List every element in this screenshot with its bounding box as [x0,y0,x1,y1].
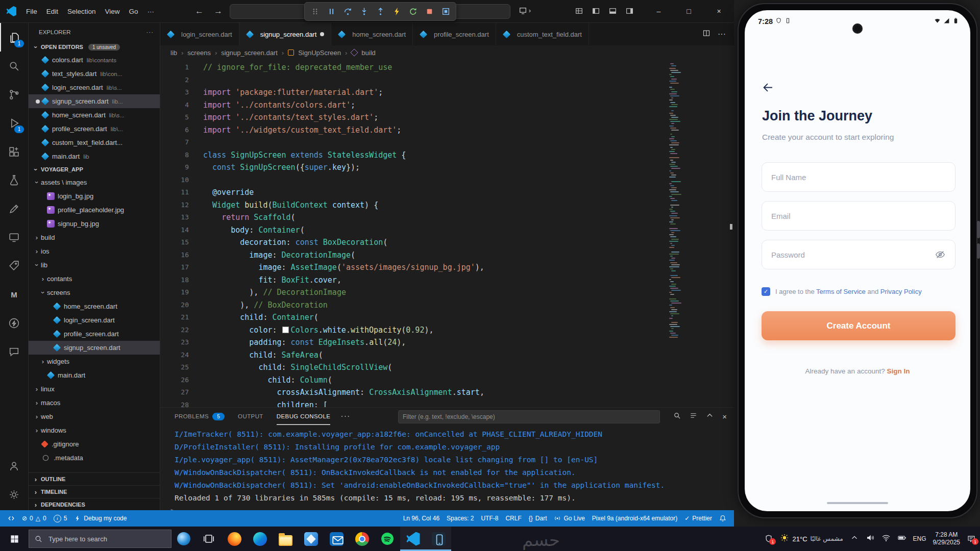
terms-of-service-link[interactable]: Terms of Service [816,288,866,295]
full-name-field[interactable]: Full Name [762,162,955,192]
terms-checkbox[interactable]: ✓ [762,287,770,296]
drag-handle-icon[interactable] [307,4,323,19]
tree-item[interactable]: login_screen.dart [29,313,160,327]
tree-item[interactable]: ›ios [29,244,160,258]
tree-item[interactable]: home_screen.dart [29,299,160,313]
network-icon[interactable] [881,533,891,544]
breadcrumb-item[interactable]: signup_screen.dart [221,49,278,57]
activity-extensions-icon[interactable] [0,137,28,166]
screencast-icon[interactable]: › [519,6,531,15]
split-editor-icon[interactable] [702,29,710,39]
breadcrumb-item[interactable]: build [361,49,375,57]
toggle-panel-icon[interactable] [608,7,617,17]
start-button[interactable] [0,527,29,551]
close-button[interactable]: × [704,0,734,22]
file-explorer-icon[interactable] [273,527,298,551]
tree-item[interactable]: ›macos [29,396,160,410]
vscode-icon[interactable] [400,527,426,551]
open-editors-header[interactable]: › OPEN EDITORS 1 unsaved [29,41,160,53]
more-actions-icon[interactable]: ··· [146,29,154,35]
mail-icon[interactable] [324,527,349,551]
tab-signup_screen-dart[interactable]: signup_screen.dart [239,23,332,45]
language-mode[interactable]: {}Dart [525,510,551,527]
cortana-icon[interactable] [177,532,190,545]
back-icon[interactable]: ← [195,6,204,16]
console-search-icon[interactable] [673,412,681,421]
minimize-button[interactable]: – [644,0,674,22]
menu-view[interactable]: View [101,5,125,18]
activity-run-and-debug-icon[interactable]: 1 [0,109,28,137]
customize-layout-icon[interactable] [575,7,583,17]
open-editor-item[interactable]: login_screen.dartlib\s... [29,81,160,94]
tree-item[interactable]: ›assets \ images [29,176,160,189]
menu-file[interactable]: File [21,5,42,18]
activity-editor-playground-icon[interactable] [0,194,28,223]
tree-item[interactable]: ›screens [29,286,160,299]
privacy-policy-link[interactable]: Privacy Policy [880,288,922,295]
tree-item[interactable]: ›web [29,410,160,423]
activity-explorer-icon[interactable]: 1 [0,23,28,52]
hot-reload-icon[interactable] [389,4,404,19]
tree-item[interactable]: ›build [29,231,160,244]
tree-item[interactable]: ›lib [29,258,160,272]
debug-console-output[interactable]: I/ImeTracker( 8511): com.example.voyager… [160,425,734,511]
spotify-icon[interactable] [375,527,400,551]
panel-tab-problems[interactable]: PROBLEMS5 [175,408,225,425]
tree-item[interactable]: ›windows [29,423,160,437]
open-editor-item[interactable]: profile_screen.dartlib\... [29,122,160,136]
open-editor-item[interactable]: colors.dartlib\contants [29,53,160,67]
section-timeline[interactable]: ›TIMELINE [29,485,160,498]
tab-profile_screen-dart[interactable]: profile_screen.dart [413,23,496,45]
open-editor-item[interactable]: signup_screen.dartlib... [29,94,160,108]
toggle-primary-sidebar-icon[interactable] [592,7,600,17]
sign-in-link[interactable]: Sign In [887,367,910,375]
open-editor-item[interactable]: home_screen.dartlib\s... [29,108,160,122]
minimap[interactable] [669,61,682,339]
activity-bookmarks-icon[interactable] [0,252,28,280]
back-arrow-icon[interactable] [761,81,775,94]
action-center-icon[interactable]: 1 [967,534,976,543]
indentation[interactable]: Spaces: 2 [443,510,477,527]
maximize-button[interactable]: □ [674,0,704,22]
menu-more-icon[interactable]: ··· [143,5,159,18]
step-out-icon[interactable] [373,4,388,19]
section-outline[interactable]: ›OUTLINE [29,472,160,485]
tree-item[interactable]: ›widgets [29,355,160,368]
cursor-position[interactable]: Ln 96, Col 46 [400,510,443,527]
tree-item[interactable]: .gitignore [29,437,160,451]
encoding[interactable]: UTF-8 [477,510,502,527]
tree-item[interactable]: login_bg.jpg [29,189,160,203]
tab-home_screen-dart[interactable]: home_screen.dart [331,23,413,45]
open-editor-item[interactable]: custom_text_field.dart... [29,136,160,149]
problems-summary[interactable]: ⊘0△0 [18,510,50,527]
step-into-icon[interactable] [356,4,372,19]
restart-icon[interactable] [405,4,421,19]
maximize-panel-icon[interactable] [706,412,714,421]
taskbar-search-input[interactable] [47,535,166,543]
tab-custom_text_field-dart[interactable]: custom_text_field.dart [496,23,589,45]
weather-widget[interactable]: 21°C مشمس غالبًا [780,533,843,544]
activity-api-client-icon[interactable] [0,309,28,337]
activity-source-control-icon[interactable] [0,80,28,109]
eye-off-icon[interactable] [935,249,946,260]
breadcrumb-item[interactable]: screens [187,49,211,57]
taskbar-clock[interactable]: 7:28 AM 9/29/2025 [933,531,960,546]
breadcrumb-item[interactable]: lib [170,49,177,57]
tree-item[interactable]: main.dart [29,368,160,382]
menu-selection[interactable]: Selection [63,5,101,18]
language-indicator[interactable]: ENG [913,535,926,542]
project-root-header[interactable]: › VOYAGER_APP [29,163,160,176]
clear-console-icon[interactable] [690,412,697,421]
activity-remote-explorer-icon[interactable] [0,223,28,252]
password-field[interactable]: Password [762,240,955,269]
battery-tray-icon[interactable] [897,533,906,544]
photos-icon[interactable] [298,527,324,551]
create-account-button[interactable]: Create Account [762,311,955,340]
gesture-pill[interactable] [827,502,888,504]
tab-more-icon[interactable]: ··· [718,30,726,39]
debug-config[interactable]: Debug my code [70,510,130,527]
info-count[interactable]: i5 [50,510,71,527]
email-field[interactable]: Email [762,201,955,231]
flutter-device[interactable]: Pixel 9a (android-x64 emulator) [589,510,681,527]
toggle-secondary-sidebar-icon[interactable] [625,7,634,17]
